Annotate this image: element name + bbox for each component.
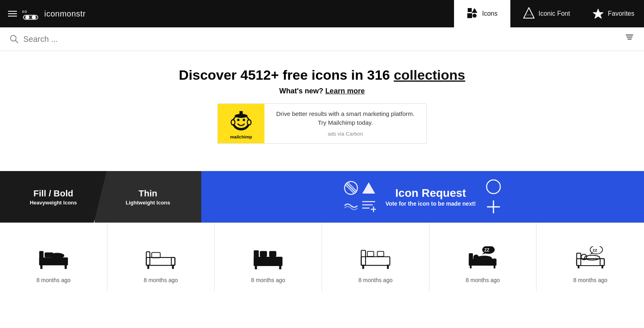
- svg-point-26: [248, 120, 251, 124]
- icon-cell-bed-4[interactable]: 8 months ago: [322, 223, 429, 291]
- svg-rect-46: [64, 265, 66, 269]
- request-text-block: Icon Request Vote for the icon to be mad…: [386, 187, 476, 207]
- svg-point-25: [232, 120, 235, 124]
- svg-point-37: [487, 180, 500, 194]
- search-input[interactable]: [23, 35, 620, 44]
- svg-rect-59: [279, 265, 281, 269]
- svg-rect-54: [254, 250, 259, 266]
- svg-rect-56: [260, 251, 267, 257]
- svg-point-2: [25, 15, 29, 19]
- svg-rect-78: [576, 253, 580, 266]
- bed-1-icon: [37, 246, 70, 270]
- svg-rect-64: [377, 252, 384, 256]
- search-bar: [0, 27, 644, 51]
- svg-text:ZZ: ZZ: [592, 248, 597, 252]
- svg-rect-22: [239, 111, 243, 117]
- header-nav: Icons Iconic Font: [454, 0, 583, 27]
- ad-logo: mailchimp: [218, 104, 264, 143]
- svg-rect-48: [147, 252, 150, 266]
- iconic-font-nav-icon: [523, 7, 535, 20]
- circle-outline-icon: [485, 179, 502, 195]
- ad-company-label: mailchimp: [230, 134, 252, 139]
- favorites-label: Favorites: [608, 10, 634, 17]
- request-right-icons: [485, 179, 502, 215]
- plus-icon: [485, 199, 502, 215]
- header: xo iconmonstr Icons: [0, 0, 644, 27]
- svg-rect-57: [269, 251, 277, 257]
- cat-thin-title: Thin: [138, 188, 157, 199]
- hero-section: Discover 4512+ free icons in 316 collect…: [0, 51, 644, 161]
- svg-rect-73: [494, 265, 495, 268]
- svg-rect-66: [387, 265, 388, 269]
- bed-2-icon: [144, 246, 177, 270]
- icon-6-timestamp: 8 months ago: [573, 277, 607, 283]
- category-icon-request[interactable]: Icon Request Vote for the icon to be mad…: [201, 171, 644, 223]
- collections-link[interactable]: collections: [394, 67, 465, 83]
- category-fill-bold[interactable]: Fill / Bold Heavyweight Icons: [0, 171, 107, 223]
- svg-rect-41: [39, 251, 43, 266]
- icon-cell-bed-1[interactable]: 8 months ago: [0, 223, 107, 291]
- svg-point-12: [10, 35, 16, 41]
- svg-rect-42: [64, 258, 68, 266]
- svg-rect-45: [40, 265, 42, 269]
- svg-rect-63: [367, 252, 374, 256]
- ad-via: ads via Carbon: [272, 130, 419, 138]
- svg-rect-51: [148, 265, 149, 269]
- cat-fill-bold-title: Fill / Bold: [33, 188, 73, 199]
- icon-1-timestamp: 8 months ago: [36, 277, 70, 283]
- svg-rect-61: [361, 250, 365, 265]
- svg-rect-69: [492, 259, 496, 266]
- request-subtitle: Vote for the icon to be made next!: [386, 200, 476, 207]
- svg-marker-31: [362, 182, 375, 194]
- wave-icon: [344, 198, 358, 213]
- cat-fill-bold-subtitle: Heavyweight Icons: [30, 200, 77, 206]
- favorites-nav[interactable]: Favorites: [583, 0, 644, 27]
- hero-subtitle: What's new? Learn more: [8, 87, 636, 95]
- plus-lines-icon: [361, 198, 376, 213]
- svg-marker-11: [593, 9, 603, 19]
- svg-rect-5: [468, 8, 472, 12]
- hamburger-menu-icon[interactable]: [8, 11, 17, 17]
- icon-cell-bed-3[interactable]: 8 months ago: [215, 223, 322, 291]
- svg-text:xo: xo: [22, 9, 27, 14]
- learn-more-link[interactable]: Learn more: [325, 87, 365, 95]
- svg-line-28: [346, 183, 356, 193]
- icon-cell-bed-6[interactable]: ZZ 8 months ago: [537, 223, 644, 291]
- cat-thin-subtitle: Lightweight Icons: [126, 200, 170, 206]
- category-thin[interactable]: Thin Lightweight Icons: [95, 171, 201, 223]
- triangle-icon: [361, 181, 376, 195]
- mailchimp-logo-icon: [228, 108, 254, 134]
- svg-point-7: [473, 14, 477, 18]
- bed-4-icon: [359, 246, 392, 270]
- svg-point-71: [477, 256, 492, 260]
- logo-text: iconmonstr: [44, 9, 86, 19]
- search-icon: [10, 35, 19, 43]
- bed-6-icon: ZZ: [574, 246, 607, 270]
- nav-iconic-font[interactable]: Iconic Font: [510, 0, 583, 27]
- svg-marker-9: [524, 8, 534, 18]
- icons-nav-icon: [467, 7, 478, 20]
- svg-rect-82: [578, 265, 579, 268]
- nav-iconic-font-label: Iconic Font: [539, 10, 570, 17]
- stripe-circle-icon: [344, 181, 358, 195]
- hero-title: Discover 4512+ free icons in 316 collect…: [8, 67, 636, 83]
- svg-rect-65: [362, 265, 364, 269]
- filter-icon[interactable]: [625, 33, 634, 45]
- nav-icons-label: Icons: [482, 10, 497, 17]
- ad-headline: Drive better results with a smart market…: [272, 109, 419, 128]
- svg-rect-10: [526, 14, 532, 15]
- svg-rect-8: [468, 14, 472, 18]
- request-deco-icons: [344, 181, 376, 213]
- icon-cell-bed-2[interactable]: 8 months ago: [107, 223, 215, 291]
- svg-rect-55: [277, 257, 282, 266]
- icon-3-timestamp: 8 months ago: [251, 277, 285, 283]
- icon-cell-bed-5[interactable]: ZZ 8 months ago: [429, 223, 537, 291]
- svg-marker-6: [472, 8, 477, 13]
- ad-banner[interactable]: mailchimp Drive better results with a sm…: [217, 103, 427, 144]
- svg-rect-68: [469, 253, 473, 266]
- request-title: Icon Request: [386, 187, 476, 200]
- icon-4-timestamp: 8 months ago: [358, 277, 392, 283]
- nav-icons[interactable]: Icons: [454, 0, 510, 27]
- svg-point-3: [32, 15, 36, 19]
- bed-5-icon: ZZ: [466, 246, 499, 270]
